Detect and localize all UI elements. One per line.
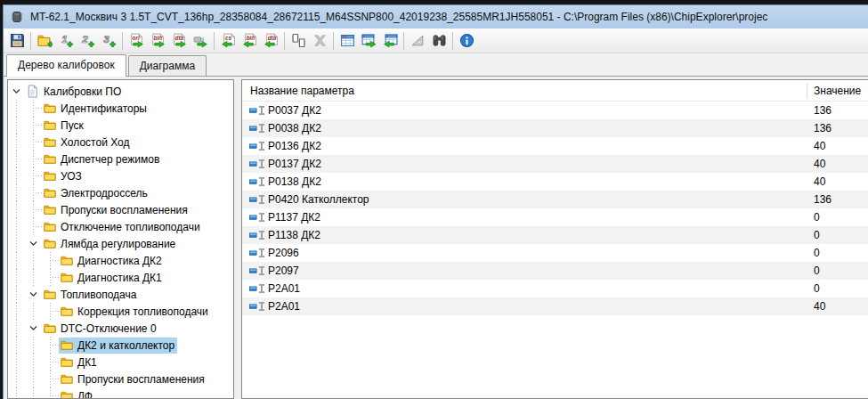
folder-icon [43,288,57,302]
tree-item[interactable]: УОЗ [8,167,233,184]
table-row[interactable]: P0136 ДК240 [242,137,868,155]
svg-text:bin: bin [153,35,162,41]
table-row[interactable]: P0420 Катколлектор136 [242,191,868,208]
tree-item[interactable]: Коррекция топливоподачи [8,303,233,320]
chevron-down-icon[interactable] [25,286,42,303]
tree-item[interactable]: Диагностика ДК1 [8,269,233,286]
svg-text:dta: dta [267,35,276,41]
tree-item-label: Коррекция топливоподачи [77,305,208,318]
toolbar-separator [122,32,123,50]
folder-icon [43,135,57,150]
folder-icon [43,102,57,116]
column-header-value[interactable]: Значение [814,85,861,97]
tree-guide [25,269,42,286]
toolbar-separator [333,32,334,50]
folder-icon [60,389,74,399]
tree-item-label: ДК1 [77,356,97,369]
tree-guide [8,286,25,303]
tree-guide [8,354,25,370]
parameter-icon [249,248,266,258]
column-header-name[interactable]: Название параметра [242,85,354,97]
title-bar[interactable]: MT-62.1_Москвич 3 1.5T_CVT_136hp_2835808… [4,5,868,28]
table-header[interactable]: Название параметра Значение [242,80,868,102]
tree-item[interactable]: ДК2 и катколлектор [8,337,233,354]
tree-item[interactable]: Диспетчер режимов [8,151,233,167]
tree-item[interactable]: Калибровки ПО [8,83,233,100]
chevron-down-icon[interactable] [8,83,25,100]
export-bin-button[interactable]: bin [147,30,168,52]
import-bin-button[interactable]: bin [239,30,260,52]
table-row[interactable]: P0038 ДК2136 [242,119,868,137]
tree-item[interactable]: ДФ [8,387,233,399]
tree-item[interactable]: Пуск [8,117,233,134]
tab-calibration-tree[interactable]: Дерево калибровок [6,54,126,77]
chevron-down-icon[interactable] [25,320,42,337]
tree-connector [42,337,59,354]
table-rows: P0037 ДК2136P0038 ДК2136P0136 ДК240P0137… [242,102,868,315]
svg-text:2: 2 [81,33,88,45]
tree-item-label: Диагностика ДК1 [77,272,162,284]
add-folder-button[interactable] [34,30,55,52]
tree-item[interactable]: Холостой Ход [8,134,233,151]
tree-item[interactable]: Идентификаторы [8,100,233,117]
add-layer3-button[interactable]: 3 [98,30,119,52]
table-row[interactable]: P0037 ДК2136 [242,102,868,119]
table-row[interactable]: P20960 [242,244,868,262]
chips-button[interactable] [288,30,309,52]
table-row[interactable]: P1138 ДК20 [242,226,868,244]
tree-item[interactable]: ДК1 [8,354,233,370]
tree-item[interactable]: Пропуски воспламенения [8,370,233,387]
tree-guide [8,320,25,337]
info-button[interactable] [456,30,477,52]
tab-diagram[interactable]: Диаграмма [128,55,207,76]
tree-guide [25,370,42,387]
tree-item[interactable]: DTC-Отключение 0 [8,320,233,337]
bin-import-icon: bin [242,33,257,48]
export-ori-button[interactable]: ori [126,30,147,52]
tree-item[interactable]: Отключение топливоподачи [8,218,233,235]
table-row[interactable]: P20970 [242,262,868,280]
table-row[interactable]: P0137 ДК240 [242,155,868,173]
table-row[interactable]: P0138 ДК240 [242,173,868,191]
parameter-value: 136 [814,122,831,134]
chevron-down-icon[interactable] [25,235,42,252]
tree-item[interactable]: Лямбда регулирование [8,235,233,252]
table-row[interactable]: P2A0140 [242,297,868,315]
import-dta-button[interactable]: dta [260,30,281,52]
tree-item[interactable]: Электродроссель [8,184,233,201]
panel-splitter[interactable] [234,79,241,399]
export-dta-button[interactable]: dta [168,30,190,52]
tree-item-label: Холостой Ход [61,136,129,149]
add-layer2-button[interactable]: 2 [77,30,98,52]
tree-guide [8,184,25,201]
tree-item-label: Отключение топливоподачи [61,221,200,233]
tree-item[interactable]: Топливоподача [8,286,233,303]
tree-item[interactable]: Диагностика ДК2 [8,252,233,269]
table-import-button[interactable] [379,30,401,52]
import-cs-button[interactable]: cs [217,30,239,52]
delete-button [309,30,330,52]
column-divider[interactable] [807,84,807,98]
add-layer1-button[interactable]: 1 [55,30,77,52]
table-row[interactable]: P2A010 [242,280,868,297]
svg-text:bin: bin [246,35,255,41]
tree-item-label: ДФ [77,390,93,399]
table-row[interactable]: P1137 ДК20 [242,208,868,226]
save-icon [10,33,25,48]
tree-item[interactable]: Пропуски воспламенения [8,201,233,218]
layer2-plus-icon: 2 [80,33,95,48]
tree-guide [25,354,42,370]
folder-icon [43,118,57,133]
search-button[interactable] [428,30,450,52]
parameter-icon [249,212,266,223]
table-button[interactable] [337,30,358,52]
parameter-icon [249,230,266,240]
table-export-button[interactable] [358,30,379,52]
parameter-icon [249,105,266,116]
tree-guide [8,303,25,320]
parameter-name: P0420 Катколлектор [268,193,369,206]
save-button[interactable] [6,30,28,52]
tree-guide [8,151,25,167]
folder-icon [60,254,74,268]
export-usb-button[interactable] [190,30,211,52]
